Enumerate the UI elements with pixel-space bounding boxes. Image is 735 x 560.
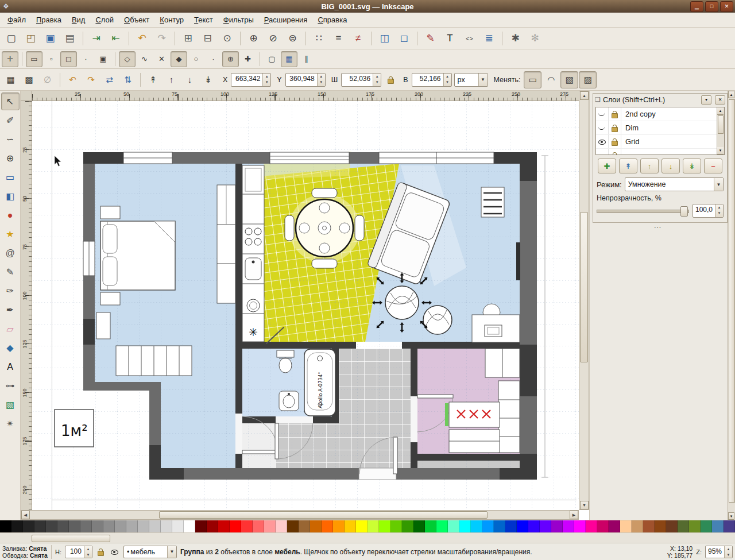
palette-swatch[interactable] <box>701 520 712 532</box>
scroll-down-icon[interactable]: ▼ <box>717 147 724 155</box>
y-spinbox[interactable]: 360,948 ▲▼ <box>285 73 326 87</box>
palette-swatch[interactable] <box>46 520 57 532</box>
palette-swatch[interactable] <box>413 520 425 532</box>
palette-swatch[interactable] <box>23 520 34 532</box>
canvas-horizontal-scrollbar[interactable]: ◀ ▶ <box>21 510 579 520</box>
palette-swatch[interactable] <box>448 520 459 532</box>
zoom-selection-button[interactable]: ⊕ <box>244 29 263 48</box>
rotate-90-cw-button[interactable]: ↷ <box>82 71 100 88</box>
scroll-thumb[interactable] <box>718 115 724 134</box>
raise-layer-button[interactable]: ↑ <box>640 159 659 173</box>
drawing-viewport[interactable]: ✳ <box>32 101 579 510</box>
scroll-right-icon[interactable]: ▶ <box>570 511 578 519</box>
palette-swatch[interactable] <box>436 520 448 532</box>
opacity-slider[interactable] <box>597 206 689 216</box>
height-spinbox[interactable]: 52,166 ▲▼ <box>412 73 452 87</box>
affect-stroke-width-toggle[interactable]: ▭ <box>524 71 541 88</box>
palette-swatch[interactable] <box>390 520 402 532</box>
palette-swatch[interactable] <box>356 520 368 532</box>
layer-visibility-toggle[interactable] <box>596 121 609 134</box>
snap-guides-toggle[interactable]: ∥ <box>298 51 315 67</box>
duplicate-button[interactable]: ∷ <box>310 29 328 48</box>
raise-button[interactable]: ↑ <box>163 71 180 88</box>
new-document-button[interactable]: ▢ <box>2 29 21 48</box>
snap-page-border-toggle[interactable]: ▢ <box>264 51 280 67</box>
palette-swatch[interactable] <box>80 520 92 532</box>
palette-swatch[interactable] <box>161 520 172 532</box>
pencil-tool[interactable]: ✎ <box>1 263 20 281</box>
calligraphy-tool[interactable]: ✒ <box>1 301 20 319</box>
palette-swatch[interactable] <box>551 520 563 532</box>
opacity-spinbox[interactable]: 100,0 ▲▼ <box>693 204 724 218</box>
box3d-tool[interactable]: ◧ <box>1 187 20 205</box>
palette-swatch[interactable] <box>0 520 11 532</box>
palette-swatch[interactable] <box>138 520 149 532</box>
palette-swatch[interactable] <box>195 520 207 532</box>
zoom-page-button[interactable]: ⊜ <box>283 29 302 48</box>
ungroup-objects-button[interactable]: ◻ <box>394 29 413 48</box>
print-document-button[interactable]: ▤ <box>60 29 79 48</box>
snap-paths-toggle[interactable]: ∿ <box>136 51 153 67</box>
palette-swatch[interactable] <box>207 520 218 532</box>
flip-horizontal-button[interactable]: ⇄ <box>100 71 118 88</box>
new-layer-button[interactable]: ✚ <box>598 159 616 173</box>
palette-swatch[interactable] <box>115 520 126 532</box>
palette-swatch[interactable] <box>69 520 80 532</box>
vertical-ruler[interactable]: 25 50 75 100 125 150 175 200 <box>21 101 32 510</box>
zoom-drawing-button[interactable]: ⊘ <box>264 29 283 48</box>
menu-help[interactable]: Справка <box>312 13 352 26</box>
menu-filters[interactable]: Фильтры <box>218 13 259 26</box>
scroll-left-icon[interactable]: ◀ <box>21 511 30 519</box>
palette-swatch[interactable] <box>574 520 586 532</box>
snap-rotation-centers-toggle[interactable]: ✚ <box>239 51 256 67</box>
vertical-scroll-thumb[interactable] <box>580 212 588 362</box>
scroll-down-icon[interactable]: ▼ <box>728 512 734 520</box>
palette-scroll-thumb[interactable] <box>32 535 110 542</box>
star-tool[interactable]: ★ <box>1 225 20 243</box>
menu-file[interactable]: Файл <box>2 13 31 26</box>
layer-lock-toggle[interactable] <box>609 149 621 155</box>
palette-swatch[interactable] <box>379 520 390 532</box>
paste-button[interactable]: ⊟ <box>198 29 217 48</box>
palette-swatch[interactable] <box>597 520 609 532</box>
kitchen-counter[interactable] <box>242 165 264 342</box>
palette-swatch[interactable] <box>402 520 413 532</box>
tv[interactable] <box>516 242 520 280</box>
palette-swatch[interactable] <box>494 520 505 532</box>
affect-patterns-toggle[interactable]: ▨ <box>579 71 597 88</box>
x-spinbox[interactable]: 663,342 ▲▼ <box>231 73 271 87</box>
horizontal-ruler[interactable]: 25 50 75 100 125 150 175 200 225 250 275 <box>32 91 579 101</box>
radiator-shelf[interactable] <box>481 187 504 217</box>
scroll-down-icon[interactable]: ▼ <box>580 501 589 509</box>
palette-swatch[interactable] <box>276 520 287 532</box>
align-distribute-dialog-button[interactable]: ≣ <box>479 29 498 48</box>
units-dropdown[interactable]: px▼ <box>454 73 488 87</box>
open-document-button[interactable]: ◰ <box>21 29 40 48</box>
palette-swatch[interactable] <box>218 520 230 532</box>
palette-swatch[interactable] <box>299 520 310 532</box>
find-button[interactable]: ⊙ <box>218 29 237 48</box>
palette-swatch[interactable] <box>425 520 436 532</box>
opacity-statusbar-spinbox[interactable]: 100 ▲▼ <box>65 546 92 558</box>
palette-swatch[interactable] <box>126 520 138 532</box>
copy-button[interactable]: ⊞ <box>179 29 198 48</box>
layer-visibility-toggle[interactable] <box>596 107 609 121</box>
palette-swatch[interactable] <box>103 520 115 532</box>
unlink-clone-button[interactable]: ≠ <box>349 29 368 48</box>
dialog-shade-button[interactable]: ▾ <box>701 95 711 105</box>
wardrobe[interactable] <box>217 185 235 303</box>
layer-lock-toggle[interactable] <box>609 107 621 121</box>
palette-swatch[interactable] <box>149 520 161 532</box>
lower-layer-button[interactable]: ↓ <box>662 159 680 173</box>
palette-swatch[interactable] <box>345 520 356 532</box>
palette-swatch[interactable] <box>34 520 46 532</box>
raise-to-top-button[interactable]: ↟ <box>144 71 162 88</box>
palette-swatch[interactable] <box>632 520 643 532</box>
y-spin-steppers[interactable]: ▲▼ <box>317 74 325 86</box>
menu-extensions[interactable]: Расширения <box>259 13 313 26</box>
canvas-vertical-scrollbar[interactable]: ▲ ▼ <box>579 91 589 510</box>
layer-lock-statusbar-toggle[interactable] <box>96 546 106 558</box>
sink[interactable] <box>279 391 299 411</box>
xml-editor-button[interactable]: <> <box>460 29 479 48</box>
dialog-close-button[interactable]: ✕ <box>715 95 725 105</box>
